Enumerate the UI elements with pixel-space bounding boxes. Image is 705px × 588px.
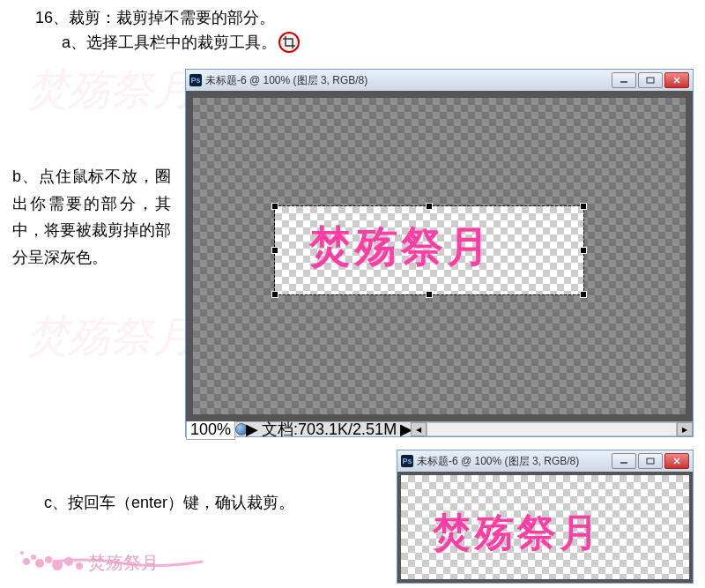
svg-text:焚殇祭月: 焚殇祭月 <box>88 553 159 572</box>
svg-rect-1 <box>647 78 654 83</box>
maximize-button[interactable] <box>638 453 663 469</box>
minimize-button[interactable] <box>612 72 636 88</box>
svg-rect-3 <box>647 458 654 464</box>
ps-app-icon: Ps <box>189 74 202 86</box>
maximize-button[interactable] <box>638 72 663 88</box>
minimize-button[interactable] <box>612 453 636 469</box>
horizontal-scrollbar[interactable] <box>427 422 677 436</box>
crop-icon <box>283 36 295 48</box>
chevron-right-icon[interactable]: ▶ <box>402 425 411 434</box>
svg-point-11 <box>20 551 24 555</box>
step-a-text: a、选择工具栏中的裁剪工具。 <box>62 32 277 53</box>
close-button[interactable] <box>664 453 689 469</box>
document-info: 文档:703.1K/2.51M <box>256 419 402 440</box>
crop-handle-bl[interactable] <box>271 291 278 298</box>
crop-handle-ml[interactable] <box>271 247 278 254</box>
titlebar[interactable]: Ps 未标题-6 @ 100% (图层 3, RGB/8) <box>397 450 693 472</box>
minimize-icon <box>620 458 628 465</box>
photoshop-window-after: Ps 未标题-6 @ 100% (图层 3, RGB/8) 焚殇祭月 <box>397 450 694 584</box>
titlebar[interactable]: Ps 未标题-6 @ 100% (图层 3, RGB/8) <box>186 70 693 91</box>
step-c-text: c、按回车（enter）键，确认裁剪。 <box>44 492 294 513</box>
maximize-icon <box>646 77 655 84</box>
minimize-icon <box>620 77 628 84</box>
canvas-area[interactable]: 焚殇祭月 <box>397 472 693 583</box>
canvas-area[interactable]: 焚殇祭月 <box>186 91 693 421</box>
crop-handle-bm[interactable] <box>426 291 433 298</box>
canvas-text-layer: 焚殇祭月 <box>433 507 602 559</box>
photoshop-window-before: Ps 未标题-6 @ 100% (图层 3, RGB/8) <box>185 69 694 437</box>
scroll-left-button[interactable]: ◀ <box>411 422 427 436</box>
crop-tool-icon-highlight <box>278 32 300 53</box>
svg-point-7 <box>45 556 52 563</box>
flower-decoration: 焚殇祭月 <box>9 526 212 579</box>
chevron-right-icon[interactable]: ▶ <box>248 425 256 434</box>
window-title: 未标题-6 @ 100% (图层 3, RGB/8) <box>205 73 608 88</box>
maximize-icon <box>646 458 655 465</box>
svg-point-6 <box>35 559 44 568</box>
scroll-right-button[interactable]: ▶ <box>677 422 693 436</box>
crop-handle-tr[interactable] <box>580 203 587 210</box>
ps-app-icon: Ps <box>401 455 413 467</box>
window-title: 未标题-6 @ 100% (图层 3, RGB/8) <box>417 454 608 469</box>
watermark: 焚殇祭月 <box>26 309 196 365</box>
svg-point-10 <box>76 562 83 569</box>
close-icon <box>672 77 681 84</box>
crop-handle-tl[interactable] <box>271 203 278 210</box>
step-b-text: b、点住鼠标不放，圈出你需要的部分，其中，将要被裁剪掉的部分呈深灰色。 <box>12 163 171 271</box>
zoom-level[interactable]: 100% <box>186 420 235 440</box>
close-button[interactable] <box>664 72 689 88</box>
close-icon <box>672 458 681 465</box>
crop-handle-br[interactable] <box>580 291 587 298</box>
watermark: 焚殇祭月 <box>26 62 196 118</box>
canvas-text-layer: 焚殇祭月 <box>309 219 493 275</box>
status-and-scrollbar: 100% ▶ 文档:703.1K/2.51M ▶ ◀ ▶ <box>186 421 693 436</box>
crop-handle-mr[interactable] <box>580 247 587 254</box>
crop-handle-tm[interactable] <box>426 203 433 210</box>
svg-point-4 <box>23 558 30 565</box>
heading-text: 16、裁剪：裁剪掉不需要的部分。 <box>35 7 275 28</box>
svg-point-5 <box>31 555 36 560</box>
